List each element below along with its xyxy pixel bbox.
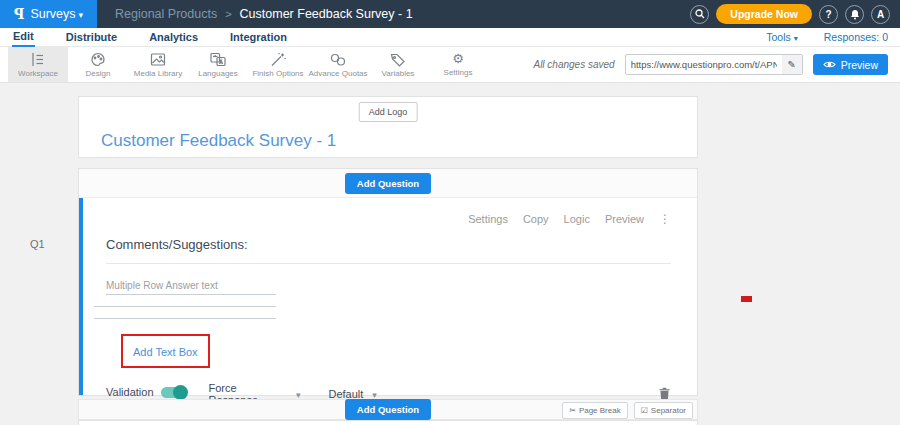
question-actions-menu: Settings Copy Logic Preview ⋮ — [106, 208, 671, 226]
answer-row[interactable] — [94, 307, 276, 319]
tool-settings[interactable]: ⚙ Settings — [428, 47, 488, 82]
next-section-card — [78, 420, 698, 425]
breadcrumb-current: Customer Feedback Survey - 1 — [240, 7, 413, 21]
advance-quotas-links-icon — [329, 52, 347, 67]
search-icon — [695, 9, 705, 19]
tool-advance-quotas[interactable]: Advance Quotas — [308, 47, 368, 82]
toggle-knob — [173, 385, 188, 400]
survey-url-input[interactable] — [626, 59, 782, 70]
design-palette-icon — [89, 52, 107, 67]
topbar-actions: Upgrade Now ? A — [690, 0, 900, 28]
answer-row-placeholder[interactable]: Multiple Row Answer text — [106, 280, 276, 295]
answer-row[interactable] — [94, 295, 276, 307]
questionpro-logo-icon: P — [14, 6, 25, 22]
add-logo-button[interactable]: Add Logo — [359, 102, 418, 122]
question-settings-link[interactable]: Settings — [468, 213, 508, 225]
question-preview-link[interactable]: Preview — [605, 213, 644, 225]
tool-workspace[interactable]: Workspace — [8, 47, 68, 82]
question-logic-link[interactable]: Logic — [564, 213, 590, 225]
avatar[interactable]: A — [871, 5, 890, 24]
preview-button[interactable]: Preview — [813, 54, 888, 75]
survey-header-card: Add Logo Customer Feedback Survey - 1 — [78, 96, 698, 158]
variables-tag-icon — [389, 52, 407, 67]
add-text-box-highlight: Add Text Box — [121, 334, 210, 368]
bell-icon — [850, 9, 860, 20]
finish-options-wand-icon — [269, 52, 287, 67]
validation-toggle[interactable] — [161, 387, 187, 398]
media-library-icon — [149, 52, 167, 67]
add-text-box-link[interactable]: Add Text Box — [133, 346, 198, 358]
separator-button[interactable]: Separator — [634, 402, 693, 419]
add-question-button-bottom[interactable]: Add Question — [345, 399, 431, 420]
add-question-button-top[interactable]: Add Question — [345, 173, 431, 194]
scissors-icon — [569, 406, 576, 415]
tool-variables[interactable]: Variables — [368, 47, 428, 82]
help-button[interactable]: ? — [819, 5, 838, 24]
tool-languages[interactable]: Languages — [188, 47, 248, 82]
question-copy-link[interactable]: Copy — [523, 213, 549, 225]
tool-finish-options[interactable]: Finish Options — [248, 47, 308, 82]
workspace-icon — [29, 52, 47, 67]
survey-title[interactable]: Customer Feedback Survey - 1 — [101, 131, 336, 151]
tab-analytics[interactable]: Analytics — [148, 29, 199, 46]
edit-url-pencil-icon[interactable] — [782, 55, 802, 74]
product-label: Surveys — [30, 7, 83, 21]
breadcrumb: Regional Products > Customer Feedback Su… — [115, 0, 413, 28]
page-break-button[interactable]: Page Break — [562, 402, 628, 419]
topbar: P Surveys Regional Products > Customer F… — [0, 0, 900, 28]
tool-media-library[interactable]: Media Library — [128, 47, 188, 82]
search-button[interactable] — [690, 5, 709, 24]
red-annotation-mark — [741, 296, 752, 302]
responses-count[interactable]: Responses: 0 — [824, 31, 888, 43]
languages-icon — [209, 52, 227, 67]
settings-gear-icon: ⚙ — [452, 52, 464, 66]
tab-distribute[interactable]: Distribute — [65, 29, 118, 46]
menubar: Edit Distribute Analytics Integration To… — [0, 28, 900, 47]
breadcrumb-separator-icon: > — [225, 8, 231, 20]
question-block-q1[interactable]: Settings Copy Logic Preview ⋮ Comments/S… — [79, 198, 697, 395]
surveys-product-switcher[interactable]: P Surveys — [0, 0, 97, 28]
validation-label: Validation — [106, 386, 154, 398]
save-status: All changes saved — [533, 59, 614, 70]
kebab-menu-icon[interactable]: ⋮ — [659, 212, 671, 226]
bottom-add-question-strip: Add Question Page Break Separator — [78, 399, 698, 420]
breadcrumb-folder[interactable]: Regional Products — [115, 7, 217, 21]
tool-design[interactable]: Design — [68, 47, 128, 82]
upgrade-now-button[interactable]: Upgrade Now — [716, 4, 812, 24]
edit-toolbar: Workspace Design Media Library Languages… — [0, 47, 900, 83]
tools-dropdown[interactable]: Tools — [766, 31, 798, 43]
question-number-label: Q1 — [30, 238, 45, 250]
add-question-strip: Add Question — [79, 169, 697, 198]
notifications-button[interactable] — [845, 5, 864, 24]
tab-integration[interactable]: Integration — [229, 29, 288, 46]
multirow-answer-area[interactable]: Multiple Row Answer text — [106, 280, 276, 319]
eye-icon — [823, 60, 836, 69]
checkbox-icon — [641, 406, 648, 415]
question-text[interactable]: Comments/Suggestions: — [106, 237, 671, 264]
tab-edit[interactable]: Edit — [12, 28, 35, 47]
question-card: Add Question Settings Copy Logic Preview… — [78, 168, 698, 396]
survey-workspace: Q1 Add Logo Customer Feedback Survey - 1… — [0, 83, 900, 425]
survey-url-box — [625, 54, 803, 75]
